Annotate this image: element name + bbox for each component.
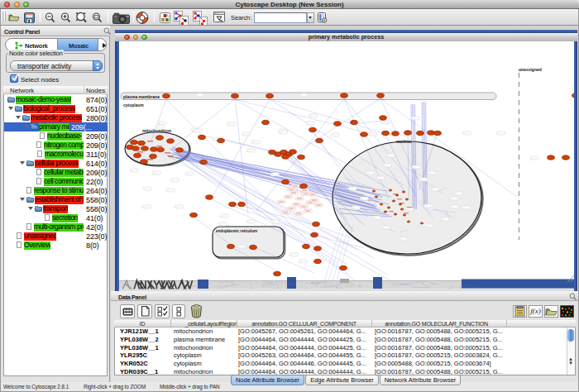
svg-text:...: ... <box>307 122 309 125</box>
svg-text:...: ... <box>432 188 434 191</box>
svg-text:...: ... <box>227 122 230 126</box>
svg-text:...: ... <box>352 206 355 209</box>
svg-text:...: ... <box>159 122 161 125</box>
svg-text:...: ... <box>271 173 274 176</box>
svg-text:...: ... <box>194 129 197 132</box>
svg-text:...: ... <box>171 179 174 182</box>
svg-text:...: ... <box>221 214 223 218</box>
svg-text:...: ... <box>143 205 146 208</box>
svg-text:...: ... <box>299 260 302 263</box>
svg-text:...: ... <box>377 176 380 179</box>
svg-text:...: ... <box>442 218 444 221</box>
svg-text:...: ... <box>531 156 534 160</box>
svg-text:mitochondrion: mitochondrion <box>142 128 171 133</box>
svg-text:...: ... <box>349 187 352 190</box>
svg-text:...: ... <box>167 189 170 192</box>
svg-text:nucleus: nucleus <box>396 139 412 144</box>
svg-text:...: ... <box>451 205 453 208</box>
svg-text:...: ... <box>153 171 156 174</box>
svg-text:...: ... <box>424 204 427 208</box>
svg-text:...: ... <box>238 245 241 248</box>
svg-text:...: ... <box>332 133 334 136</box>
svg-text:...: ... <box>272 220 275 223</box>
svg-text:...: ... <box>186 172 189 175</box>
svg-text:cytoplasm: cytoplasm <box>123 103 144 108</box>
svg-text:...: ... <box>144 187 146 190</box>
svg-text:...: ... <box>131 169 133 172</box>
svg-text:...: ... <box>412 117 414 120</box>
svg-text:...: ... <box>247 149 250 152</box>
svg-text:...: ... <box>219 222 222 226</box>
svg-text:...: ... <box>366 171 369 174</box>
svg-text:...: ... <box>280 131 282 134</box>
svg-text:...: ... <box>156 125 159 128</box>
svg-text:...: ... <box>382 226 385 229</box>
svg-text:...: ... <box>462 206 465 209</box>
svg-text:...: ... <box>213 137 216 141</box>
svg-text:...: ... <box>400 132 403 136</box>
svg-text:...: ... <box>290 253 293 256</box>
svg-text:...: ... <box>243 132 246 136</box>
svg-text:...: ... <box>464 131 467 135</box>
svg-text:...: ... <box>497 131 500 135</box>
svg-text:...: ... <box>361 197 363 200</box>
svg-text:...: ... <box>413 165 415 169</box>
svg-text:...: ... <box>400 237 402 241</box>
svg-text:...: ... <box>387 154 390 157</box>
svg-text:...: ... <box>373 216 376 219</box>
svg-text:...: ... <box>426 224 428 227</box>
svg-text:plasma membrane: plasma membrane <box>123 94 160 99</box>
svg-text:unassigned: unassigned <box>519 67 542 72</box>
svg-text:...: ... <box>309 114 312 117</box>
svg-text:endoplasmic reticulum: endoplasmic reticulum <box>216 229 257 233</box>
svg-text:...: ... <box>300 93 303 97</box>
svg-text:...: ... <box>428 171 431 174</box>
svg-text:...: ... <box>247 220 250 223</box>
svg-text:...: ... <box>381 121 384 124</box>
svg-text:...: ... <box>175 205 178 208</box>
svg-text:...: ... <box>420 178 423 181</box>
svg-text:...: ... <box>455 192 457 195</box>
svg-text:...: ... <box>196 93 199 97</box>
svg-text:...: ... <box>384 164 386 167</box>
svg-text:...: ... <box>252 141 255 144</box>
svg-text:...: ... <box>450 197 452 200</box>
svg-text:...: ... <box>406 208 409 211</box>
svg-text:...: ... <box>369 132 371 136</box>
